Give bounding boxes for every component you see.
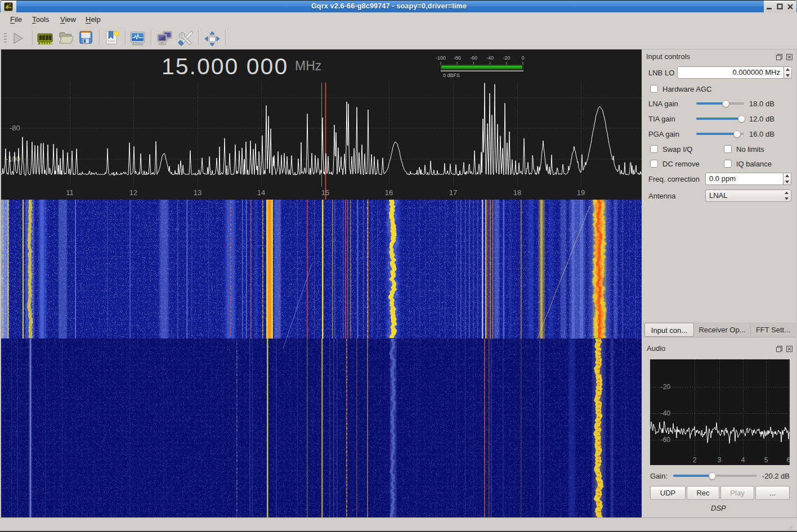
svg-text:19: 19 <box>577 188 585 197</box>
svg-text:-20: -20 <box>661 383 671 391</box>
svg-text:MHz: MHz <box>295 58 321 73</box>
svg-text:-60: -60 <box>470 55 477 61</box>
svg-text:-60: -60 <box>661 436 671 444</box>
svg-text:-40: -40 <box>486 55 494 61</box>
svg-text:16: 16 <box>385 188 393 197</box>
svg-text:-80: -80 <box>454 55 461 61</box>
svg-text:14: 14 <box>257 188 265 197</box>
svg-text:15.000 000: 15.000 000 <box>162 53 288 79</box>
svg-text:-40: -40 <box>661 409 671 417</box>
svg-text:12: 12 <box>129 188 137 197</box>
svg-text:11: 11 <box>66 188 74 197</box>
svg-text:2: 2 <box>693 456 697 464</box>
svg-text:13: 13 <box>194 188 202 197</box>
svg-text:0 dBFS: 0 dBFS <box>443 73 460 78</box>
svg-text:18: 18 <box>513 188 521 197</box>
svg-text:-80: -80 <box>10 124 20 132</box>
svg-text:-100: -100 <box>436 55 446 61</box>
svg-text:-20: -20 <box>503 55 510 61</box>
svg-text:4: 4 <box>741 456 745 464</box>
svg-text:0: 0 <box>521 55 524 61</box>
svg-text:17: 17 <box>449 188 457 197</box>
svg-text:5: 5 <box>764 456 768 464</box>
svg-text:3: 3 <box>718 456 722 464</box>
svg-text:6: 6 <box>787 456 790 464</box>
